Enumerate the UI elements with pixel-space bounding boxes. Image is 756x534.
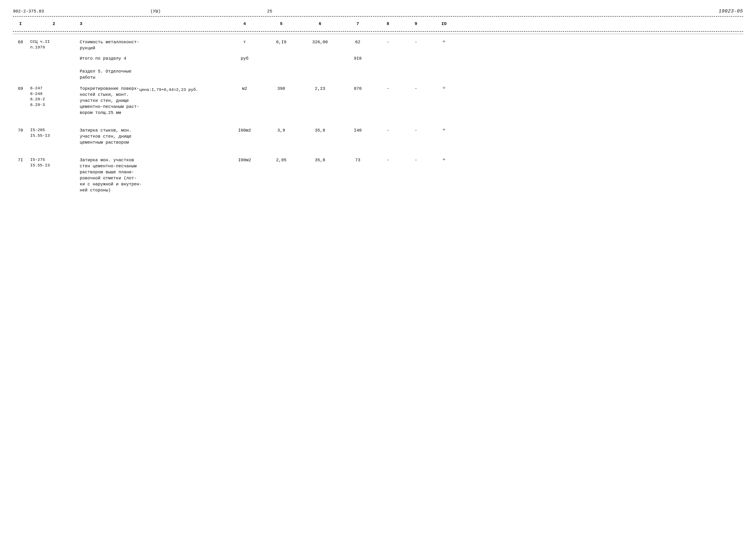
row-desc-70: Затирка стыков, мон.участков стен, днище…	[80, 127, 226, 145]
row-num-69: 69	[13, 86, 30, 92]
table-row-69: 69 6-2476-2496.29-26.29-3 Торкретировани…	[13, 82, 743, 117]
row-unit-71: I00м2	[226, 157, 265, 163]
col-header-5: 5	[265, 21, 300, 27]
row-qty-71: 2,05	[265, 157, 300, 163]
row-unit-69: м2	[226, 86, 265, 92]
row-desc-69: Торкретирование поверх-ностей стыки, мон…	[80, 86, 226, 116]
col-header-1: I	[13, 21, 30, 27]
header-left: 902-2-375.83	[13, 9, 44, 14]
header-center: (УШ)	[44, 9, 267, 14]
row-col7-71: 73	[343, 157, 375, 163]
row-price-71: 35,8	[300, 157, 343, 163]
row-col7-69: 870	[343, 86, 375, 92]
col-header-8: 8	[375, 21, 403, 27]
row-code-70: I5-285I5.55-I3	[30, 127, 80, 139]
table-row-70: 70 I5-285I5.55-I3 Затирка стыков, мон.уч…	[13, 124, 743, 147]
row-col9-68: -	[403, 39, 431, 45]
row-unit-68: т	[226, 39, 265, 45]
header-right: 19023-05	[718, 9, 743, 14]
row-qty-70: 3,9	[265, 127, 300, 134]
col-header-4: 4	[226, 21, 265, 27]
row-price-69: 2,23	[300, 86, 343, 92]
row-num-70: 70	[13, 127, 30, 134]
row-qty-69: 390	[265, 86, 300, 92]
section-5-text: Раздел 5. Отделочныеработы	[80, 68, 226, 81]
spacer-2	[13, 147, 743, 153]
row-col7-70: I40	[343, 127, 375, 134]
col-header-7: 7	[343, 21, 375, 27]
row-qty-68: 0,I9	[265, 39, 300, 45]
row-unit-70: I00м2	[226, 127, 265, 134]
header-bottom-divider	[13, 31, 743, 32]
itogo-row-4: Итого по разделу 4 руб 9I8	[13, 53, 743, 64]
table-row-71: 7I I5-275I5.55-I3 Затирка мон. участковс…	[13, 153, 743, 195]
row-num-68: 68	[13, 39, 30, 45]
row-num-71: 7I	[13, 157, 30, 163]
row-col8-68: -	[375, 39, 403, 45]
row-price-68: 326,00	[300, 39, 343, 45]
row-code-68: ССЦ ч.IIп.1979	[30, 39, 80, 50]
table-row: 68 ССЦ ч.IIп.1979 Стоимость металлоконст…	[13, 35, 743, 53]
row-desc-68: Стоимость металлоконст-рукций	[80, 39, 226, 51]
col-header-6: 6	[300, 21, 343, 27]
row-code-69: 6-2476-2496.29-26.29-3	[30, 86, 80, 108]
row-col10-69: ÷	[431, 86, 459, 91]
price-note-69: цена:I,79+0,44=2,23 руб.	[139, 86, 198, 93]
row-price-70: 35,8	[300, 127, 343, 134]
col-header-9: 9	[403, 21, 431, 27]
col-header-10: IO	[431, 21, 459, 27]
row-col8-71: -	[375, 157, 403, 163]
section-5-label: Раздел 5. Отделочныеработы	[13, 64, 743, 82]
row-col9-70: -	[403, 127, 431, 134]
table-body: 68 ССЦ ч.IIп.1979 Стоимость металлоконст…	[13, 35, 743, 195]
top-divider	[13, 16, 743, 16]
row-col10-70: ÷	[431, 127, 459, 133]
row-col10-68: ÷	[431, 39, 459, 44]
row-col10-71: ÷	[431, 157, 459, 162]
col-header-3: 3	[80, 21, 226, 27]
row-col7-68: 62	[343, 39, 375, 45]
row-desc-71: Затирка мон. участковстен цементно-песча…	[80, 157, 226, 193]
row-col9-69: -	[403, 86, 431, 92]
row-col8-69: -	[375, 86, 403, 92]
itogo-col7: 9I8	[343, 56, 375, 62]
row-code-71: I5-275I5.55-I3	[30, 157, 80, 168]
itogo-desc: Итого по разделу 4	[80, 56, 226, 62]
row-col9-71: -	[403, 157, 431, 163]
column-headers: I 2 3 4 5 6 7 8 9 IO	[13, 19, 743, 29]
header-page: 25	[267, 9, 272, 14]
header: 902-2-375.83 (УШ) 25 19023-05	[13, 9, 743, 14]
row-col8-70: -	[375, 127, 403, 134]
spacer-1	[13, 117, 743, 124]
col-header-2: 2	[30, 21, 80, 27]
itogo-unit: руб	[226, 56, 265, 62]
